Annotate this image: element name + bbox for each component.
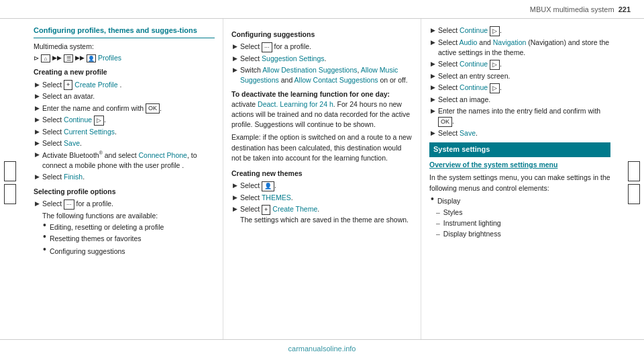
bullet-current-settings: ▶ Select Current Settings. — [34, 127, 215, 137]
bullet-themes: ▶ Select THEMES. — [231, 193, 413, 203]
plus-box: + — [64, 80, 72, 90]
registered-mark: ® — [99, 150, 103, 155]
continue-link-2: Continue — [460, 26, 488, 34]
path-icon-menu: ☰ — [64, 54, 73, 62]
arrow-icon: ▶ — [233, 181, 237, 190]
bullet-select-dots-2: ▶ Select ··· for a profile. — [231, 42, 413, 52]
header-system-label: MBUX multimedia system — [530, 5, 614, 13]
path-arrow-icon: ⊳ — [34, 54, 39, 64]
right-margin — [619, 19, 644, 339]
current-settings-link: Current Settings — [64, 128, 115, 136]
arrow-icon: ▶ — [233, 193, 237, 202]
create-profile-link: Create Profile — [74, 81, 117, 89]
bullet-suggestion-settings: ▶ Select Suggestion Settings. — [231, 54, 413, 64]
content-area: Configuring profiles, themes and sugges-… — [0, 19, 644, 339]
bullet-resetting: • Resetting themes or favorites — [34, 234, 215, 244]
arrow-icon: ▶ — [35, 150, 40, 159]
column-1: Configuring profiles, themes and sugges-… — [25, 19, 223, 339]
path-icon-person: 👤 — [87, 54, 96, 62]
connect-phone-link: Connect Phone — [139, 151, 187, 159]
footer-bar: carmanualsoline.info — [0, 339, 644, 358]
arrow-icon: ▶ — [431, 83, 435, 92]
selecting-profile-heading: Selecting profile options — [34, 187, 215, 197]
suggestion-settings-link: Suggestion Settings — [262, 54, 324, 62]
section-title-profiles: Configuring profiles, themes and sugges-… — [34, 26, 215, 38]
finish-link: Finish — [64, 173, 83, 181]
profiles-label: Profiles — [98, 53, 121, 63]
deactivate-text: To deactivate the learning function for … — [231, 89, 413, 130]
dot-icon: • — [43, 244, 46, 254]
path-arrow-2: ▶▶ — [75, 54, 85, 62]
ok-box: OK — [146, 103, 160, 114]
dot-icon: • — [431, 194, 434, 204]
display-sub-list: – Styles – Instrument lighting – Display… — [429, 208, 610, 240]
bullet-enter-names: ▶ Enter the names into the entry field a… — [429, 106, 610, 127]
page-number: 221 — [619, 5, 631, 13]
bullet-display: • Display — [429, 196, 610, 206]
continue-box-2: ▷ — [490, 26, 500, 36]
arrow-icon: ▶ — [233, 42, 237, 51]
dash-icon: – — [436, 208, 440, 218]
bullet-bluetooth: ▶ Activate Bluetooth® and select Connect… — [34, 150, 215, 171]
creating-themes-heading: Creating new themes — [231, 169, 413, 179]
continue-link: Continue — [64, 116, 92, 124]
create-theme-link: Create Theme — [272, 205, 317, 213]
bullet-continue-1: ▶ Select Continue ▷. — [34, 115, 215, 126]
bullet-select-profile: ▶ Select ··· for a profile. — [34, 199, 215, 210]
arrow-icon: ▶ — [35, 81, 40, 89]
deact-link: Deact. Learning for 24 h — [258, 100, 333, 108]
bullet-continue-col3-1: ▶ Select Continue ▷. — [429, 26, 610, 36]
dash-icon: – — [436, 218, 440, 228]
dash-instrument: – Instrument lighting — [436, 218, 610, 228]
path-icon-car: ⌂ — [41, 54, 50, 62]
column-3: ▶ Select Continue ▷. ▶ Select Audio and … — [421, 19, 619, 339]
configuring-suggestions-heading: Configuring suggestions — [231, 30, 413, 40]
dots-box-2: ··· — [262, 42, 272, 52]
bullet-functions-available: ▶ The following functions are available: — [34, 211, 215, 221]
page-container: MBUX multimedia system 221 Configuring p… — [0, 0, 644, 358]
bullet-continue-col3-2: ▶ Select Continue ▷. — [429, 59, 610, 70]
arrow-icon: ▶ — [233, 66, 237, 75]
system-settings-header: System settings — [429, 142, 610, 157]
arrow-icon: ▶ — [233, 205, 237, 214]
arrow-icon: ▶ — [35, 139, 40, 148]
continue-box-4: ▷ — [490, 83, 500, 93]
arrow-icon: ▶ — [233, 54, 237, 63]
dot-icon: • — [43, 232, 46, 241]
bullet-save-2: ▶ Select Save. — [429, 128, 610, 138]
arrow-icon: ▶ — [35, 104, 40, 113]
bullet-continue-col3-3: ▶ Select Continue ▷. — [429, 83, 610, 93]
save-link: Save — [64, 139, 80, 147]
margin-rect-right-top — [628, 161, 640, 181]
watermark: carmanualsoline.info — [288, 345, 356, 353]
arrow-icon: ▶ — [431, 129, 435, 138]
arrow-icon: ▶ — [431, 38, 435, 47]
bullet-save: ▶ Select Save. — [34, 138, 215, 148]
multimedia-label: Multimedia system: — [34, 42, 215, 52]
arrow-icon: ▶ — [35, 116, 40, 124]
bullet-select-person: ▶ Select 👤. — [231, 181, 413, 191]
person-box: 👤 — [262, 181, 274, 191]
creating-profile-heading: Creating a new profile — [34, 67, 215, 77]
bullet-create-profile: ▶ Select + Create Profile . — [34, 80, 215, 91]
dots-box: ··· — [64, 199, 74, 210]
margin-rect-right-bottom — [628, 184, 640, 204]
column-2: Configuring suggestions ▶ Select ··· for… — [223, 19, 421, 339]
overview-text: In the system settings menu, you can mak… — [429, 173, 610, 193]
bullet-create-theme: ▶ Select + Create Theme. The settings wh… — [231, 204, 413, 225]
margin-rect-bottom — [4, 184, 16, 204]
bullet-configuring-suggestions: • Configuring suggestions — [34, 247, 215, 257]
example-text: Example: if the option is switched on an… — [231, 132, 413, 163]
continue-box-3: ▷ — [490, 60, 500, 70]
continue-link-4: Continue — [460, 83, 488, 91]
arrow-icon: ▶ — [431, 60, 435, 69]
arrow-icon: ▶ — [35, 92, 40, 101]
allow-dest-link: Allow Destination Suggestions — [262, 66, 357, 74]
header-bar: MBUX multimedia system 221 — [0, 0, 644, 19]
arrow-icon: ▶ — [431, 26, 435, 35]
arrow-icon: ▶ — [431, 95, 435, 104]
plus-box-2: + — [262, 205, 270, 215]
dash-styles: – Styles — [436, 208, 610, 218]
arrow-icon: ▶ — [35, 173, 40, 181]
continue-box: ▷ — [94, 116, 104, 126]
